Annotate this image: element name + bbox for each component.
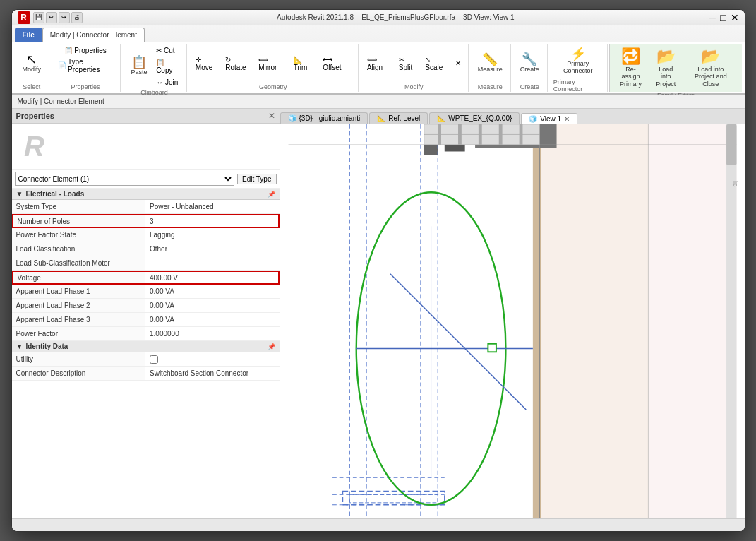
primary-content: ⚡ PrimaryConnector [560,45,596,78]
print-icon[interactable]: 🖨 [71,12,83,23]
al-phase1-value[interactable]: 0.00 VA [145,285,280,298]
al-phase3-value[interactable]: 0.00 VA [145,313,280,326]
reassign-label: Re-assignPrimary [618,66,644,88]
split-btn[interactable]: ✂ Split [396,54,421,73]
cut-copy-btns: ✂ Cut 📋 Copy ↔ Join [153,45,182,88]
voltage-value[interactable]: 400.00 V [145,272,278,283]
r-logo-text: R [24,132,44,160]
prop-row-load-sub: Load Sub-Classification Motor [12,256,280,270]
primary-label: PrimaryConnector [563,60,593,76]
tab-file[interactable]: File [15,28,42,42]
svg-rect-16 [349,494,438,503]
ribbon-group-clipboard: 📋 Paste ✂ Cut 📋 Copy ↔ Join Clipboard [122,44,187,92]
load-close-icon: 📂 [701,47,720,66]
measure-group-label: Measure [478,83,503,90]
type-label: Type Properties [68,58,113,73]
offset-btn[interactable]: ⟷ Offset [320,54,354,73]
tab-view1-label: View 1 [540,115,561,123]
save-icon[interactable]: 💾 [33,12,44,23]
prop-row-voltage: Voltage 400.00 V [12,270,280,285]
section-title-electrical: Electrical - Loads [25,190,84,198]
number-poles-value[interactable]: 3 [145,215,278,227]
load-project-label: Load intoProject [654,66,678,88]
redo-icon[interactable]: ↪ [59,12,70,23]
load-sub-value[interactable] [145,256,280,270]
section-expand-icon: ▼ [16,190,23,198]
properties-panel: Properties ✕ R Connector Element (1) Edi… [12,109,280,518]
palette-label: Properties [74,47,107,54]
pf-state-value[interactable]: Lagging [145,228,280,242]
properties-group-label: Properties [71,83,100,90]
trim-btn[interactable]: 📐 Trim [291,54,318,73]
delete-btn[interactable]: ✕ [452,58,464,69]
tab-wpte[interactable]: 📐 WPTE_EX_{Q.0.00} [429,112,520,124]
prop-row-al-phase2: Apparent Load Phase 2 0.00 VA [12,299,280,313]
modify-icon: ↖ [26,53,37,66]
prop-row-utility: Utility [12,352,280,367]
section-electrical-loads[interactable]: ▼ Electrical - Loads 📌 [12,189,280,200]
create-btn[interactable]: 🔧 Create [517,51,543,76]
rotate-btn[interactable]: ↻ Rotate [222,54,254,73]
paste-btn[interactable]: 📋 Paste [126,54,152,78]
copy-btn[interactable]: 📋 Copy [153,57,182,76]
load-class-value[interactable]: Other [145,242,280,256]
reassign-primary-btn[interactable]: 🔁 Re-assignPrimary [614,45,647,90]
primary-connector-btn[interactable]: ⚡ PrimaryConnector [560,45,596,78]
svg-rect-29 [498,124,502,145]
prop-row-power-factor: Power Factor 1.000000 [12,327,280,341]
maximize-btn[interactable]: □ [720,12,726,23]
align-btn[interactable]: ⟺ Align [364,54,395,73]
geometry-content: ✛ Move ↻ Rotate ⟺ Mirror 📐 Trim ⟷ Offset [193,45,354,82]
utility-label: Utility [12,352,146,366]
svg-rect-21 [488,344,496,352]
join-btn[interactable]: ↔ Join [153,77,182,88]
palette-icon: 📋 [64,47,73,54]
system-type-value[interactable]: Power - Unbalanced [145,200,280,213]
properties-close-btn[interactable]: ✕ [268,111,275,121]
viewport-canvas[interactable]: lic [280,124,745,518]
viewport-area: 🧊 {3D} - giulio.amianti 📐 Ref. Level 📐 W… [280,109,745,518]
utility-value[interactable] [145,352,280,366]
move-btn[interactable]: ✛ Move [193,54,221,73]
type-properties-btn[interactable]: 📄Type Properties [55,57,116,75]
load-into-project-btn[interactable]: 📂 Load intoProject [650,45,681,90]
voltage-label: Voltage [13,272,146,283]
title-bar-text: Autodesk Revit 2021.1.8 – EL_QE_PrismaPl… [277,13,514,21]
power-factor-label: Power Factor [12,327,146,340]
connector-desc-value[interactable]: Switchboard Section Connector [145,367,280,380]
minimize-btn[interactable]: ─ [709,12,716,23]
tab-modify-connector[interactable]: Modify | Connector Element [42,28,145,42]
connector-type-select[interactable]: Connector Element (1) [15,172,234,186]
properties-body: ▼ Electrical - Loads 📌 System Type Power… [12,189,280,518]
modify-btn[interactable]: ↖ Modify [19,51,45,76]
al-phase3-label: Apparent Load Phase 3 [12,313,146,326]
section-identity-data[interactable]: ▼ Identity Data 📌 [12,341,280,352]
tab-view1[interactable]: 🧊 View 1 ✕ [521,113,577,124]
tab-wpte-icon: 📐 [437,114,445,122]
edit-type-btn[interactable]: Edit Type [237,174,277,184]
scale-btn[interactable]: ⤡ Scale [422,54,450,73]
title-bar: R 💾 ↩ ↪ 🖨 Autodesk Revit 2021.1.8 – EL_Q… [12,10,745,25]
mirror-btn[interactable]: ⟺ Mirror [256,54,289,73]
properties-title: Properties [16,112,54,120]
section-identity-expand: ▼ [16,343,23,350]
tab-3d[interactable]: 🧊 {3D} - giulio.amianti [280,112,368,124]
svg-rect-0 [539,124,648,518]
close-btn[interactable]: ✕ [731,12,739,23]
al-phase2-value[interactable]: 0.00 VA [145,299,280,312]
tab-ref-level[interactable]: 📐 Ref. Level [369,112,428,124]
measure-btn[interactable]: 📏 Measure [474,51,506,76]
undo-icon[interactable]: ↩ [46,12,57,23]
ribbon-bottom: Modify | Connector Element [12,95,745,109]
prop-row-al-phase1: Apparent Load Phase 1 0.00 VA [12,285,280,299]
svg-rect-32 [726,124,736,165]
utility-checkbox[interactable] [150,355,158,364]
cut-btn[interactable]: ✂ Cut [153,45,182,56]
power-factor-value[interactable]: 1.000000 [145,327,280,340]
tab-view1-close[interactable]: ✕ [564,115,570,123]
load-into-project-close-btn[interactable]: 📂 Load intoProject and Close [684,45,737,90]
ribbon-tabs: File Modify | Connector Element [12,25,745,42]
side-text: lic [732,181,739,187]
load-sub-label: Load Sub-Classification Motor [12,256,146,270]
properties-palette-btn[interactable]: 📋Properties [61,45,109,56]
